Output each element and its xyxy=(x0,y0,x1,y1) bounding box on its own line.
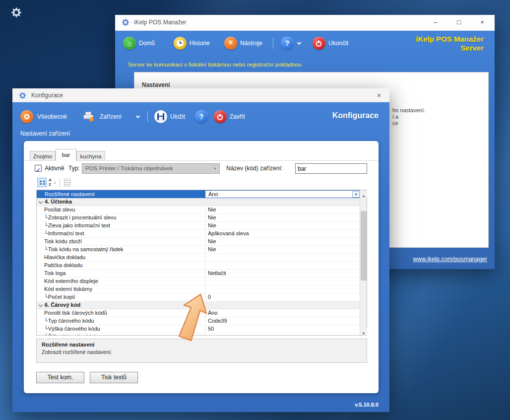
collapse-chevron-icon[interactable] xyxy=(39,302,43,306)
property-row[interactable]: Kód externího displeje xyxy=(37,278,361,285)
device-type-select[interactable]: POS Printer / Tiskárna objednávek xyxy=(82,163,220,174)
property-row[interactable]: └Informační textAplikovaná sleva xyxy=(37,230,361,238)
tools-button[interactable]: Nástroje xyxy=(240,37,262,50)
pos-window-title: iKelp POS Manažer xyxy=(134,19,186,26)
save-button[interactable]: Uložit xyxy=(170,110,185,123)
scroll-down-icon[interactable] xyxy=(360,328,367,335)
maximize-button[interactable]: □ xyxy=(450,15,467,30)
konfigurace-window: Konfigurace × Všeobecné Zařízení Uložit … xyxy=(12,88,389,412)
property-name: Hlavička dokladu xyxy=(37,254,205,261)
property-name: Posílat slevu xyxy=(37,206,205,213)
devices-button[interactable]: Zařízení xyxy=(100,110,122,123)
property-value[interactable]: Nie xyxy=(205,222,361,229)
help-icon[interactable]: ? xyxy=(281,37,294,50)
konfigurace-window-title: Konfigurace xyxy=(31,92,63,99)
active-checkbox[interactable] xyxy=(35,165,42,172)
property-value[interactable]: Áno xyxy=(205,309,361,317)
close-button[interactable]: × xyxy=(371,88,387,102)
scrollbar-thumb[interactable] xyxy=(361,211,367,280)
categorized-view-icon[interactable] xyxy=(37,178,47,187)
property-row[interactable]: └Zleva jako informační textNie xyxy=(37,222,361,230)
property-name: Rozšířené nastavení xyxy=(37,191,206,198)
property-value[interactable]: Nie xyxy=(205,246,361,253)
desktop-settings-icon[interactable] xyxy=(11,7,22,20)
help-dropdown-chevron-icon[interactable] xyxy=(297,41,301,45)
property-name: Tisk loga xyxy=(37,270,205,277)
property-row[interactable]: Tisk kódu zbožíNie xyxy=(37,238,361,246)
test-communication-button[interactable]: Test kom. xyxy=(36,372,84,383)
minimize-button[interactable]: – xyxy=(427,15,444,30)
tab-bar[interactable]: bar xyxy=(56,149,76,161)
home-button[interactable]: Domů xyxy=(139,37,155,50)
app-brand-title: iKelp POS Manažer Server xyxy=(416,35,484,53)
property-grid-scrollbar[interactable] xyxy=(360,190,367,335)
save-floppy-icon[interactable] xyxy=(154,110,167,123)
home-icon[interactable]: ⌂ xyxy=(123,37,136,50)
property-value[interactable] xyxy=(205,254,361,261)
property-value[interactable]: 50 xyxy=(205,325,361,333)
property-value[interactable] xyxy=(205,285,361,293)
power-icon[interactable] xyxy=(313,37,325,50)
property-value[interactable]: Code39 xyxy=(205,317,361,325)
property-value[interactable] xyxy=(205,333,361,335)
power-icon[interactable] xyxy=(214,110,227,123)
konfigurace-heading: Konfigurace xyxy=(332,111,379,120)
toolbar-separator xyxy=(147,111,148,122)
general-settings-icon[interactable] xyxy=(20,110,33,123)
tools-icon[interactable]: × xyxy=(224,37,237,50)
property-value[interactable]: 0 xyxy=(205,293,361,301)
property-value[interactable]: Áno xyxy=(206,191,360,198)
property-value[interactable] xyxy=(205,278,361,285)
alphabetical-sort-icon[interactable] xyxy=(48,178,57,187)
property-value[interactable]: Nie xyxy=(205,206,361,213)
pos-content-heading: Nastavení xyxy=(142,81,170,88)
tab-znojmo[interactable]: Znojmo xyxy=(30,151,56,161)
property-row[interactable]: Rozšířené nastaveníÁno▼ xyxy=(37,190,361,198)
close-button[interactable]: × xyxy=(474,15,491,30)
description-text: Zobrazit rozšířené nastavení. xyxy=(42,349,112,355)
property-name: └Tisk kódu na samostatný řádek xyxy=(37,246,205,253)
property-category-row[interactable]: 4. Účtenka xyxy=(37,198,361,206)
value-dropdown-icon[interactable]: ▼ xyxy=(352,191,360,198)
collapse-chevron-icon[interactable] xyxy=(39,199,43,203)
property-row[interactable]: └Zobrazit i procentuální slevuNie xyxy=(37,214,361,222)
history-button[interactable]: Historie xyxy=(190,37,210,50)
property-row[interactable]: Hlavička dokladu xyxy=(37,254,361,262)
property-value[interactable] xyxy=(205,262,361,269)
property-row[interactable]: Tisk logaNetlačit xyxy=(37,270,361,278)
device-name-label: Název (kód) zařízení: xyxy=(226,165,283,172)
general-button[interactable]: Všeobecné xyxy=(37,110,67,123)
property-row[interactable]: Posílat slevuNie xyxy=(37,206,361,214)
property-value[interactable]: Nie xyxy=(205,214,361,221)
property-name: └Informační text xyxy=(37,230,205,237)
devices-dropdown-chevron-icon[interactable] xyxy=(136,114,140,118)
toolbar-separator xyxy=(273,38,273,49)
category-label: 4. Účtenka xyxy=(45,198,72,206)
property-value[interactable]: Netlačit xyxy=(205,270,361,277)
device-name-input[interactable] xyxy=(295,163,367,174)
print-texts-button[interactable]: Tisk textů xyxy=(90,372,138,383)
tab-divider xyxy=(24,160,379,161)
scroll-up-icon[interactable] xyxy=(360,190,367,198)
pos-titlebar[interactable]: iKelp POS Manažer – □ × xyxy=(115,15,495,31)
tab-kuchyna[interactable]: kuchyna xyxy=(76,151,105,161)
description-title: Rozšířené nastavení xyxy=(42,342,94,348)
app-gear-icon xyxy=(122,18,129,28)
close-config-button[interactable]: Zavřít xyxy=(230,110,245,123)
devices-printer-icon[interactable] xyxy=(83,112,94,122)
history-clock-icon[interactable] xyxy=(174,37,187,50)
property-pages-icon xyxy=(63,178,72,187)
help-icon[interactable]: ? xyxy=(195,110,208,123)
posmanager-link[interactable]: www.ikelp.com/posmanager xyxy=(413,256,487,263)
property-row[interactable]: └Tisk kódu na samostatný řádekNie xyxy=(37,246,361,254)
quit-button[interactable]: Ukončit xyxy=(328,37,348,50)
version-label: v.5.10.8.0 xyxy=(355,402,379,408)
konfigurace-body: Všeobecné Zařízení Uložit ? Zavřít Konfi… xyxy=(12,102,389,412)
config-gear-icon xyxy=(19,92,26,101)
property-value[interactable]: Nie xyxy=(205,238,361,245)
property-row[interactable]: Patička dokladu xyxy=(37,262,361,270)
konfigurace-titlebar[interactable]: Konfigurace × xyxy=(12,88,389,102)
property-name: Tisk kódu zboží xyxy=(37,238,205,245)
property-value[interactable]: Aplikovaná sleva xyxy=(205,230,361,237)
property-name: Kód externího displeje xyxy=(37,278,205,285)
